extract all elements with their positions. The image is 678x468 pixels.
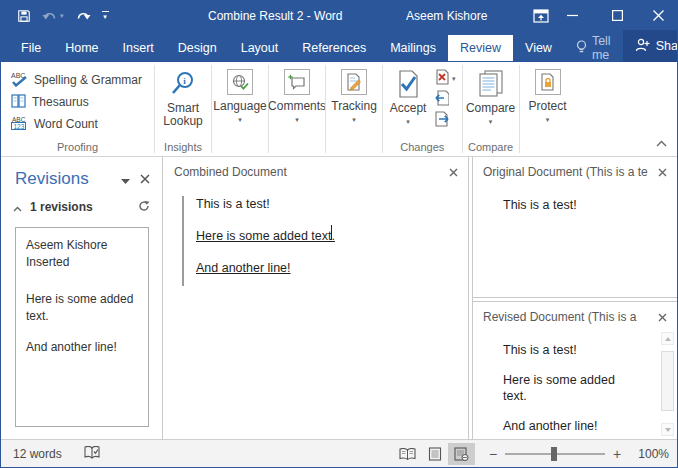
reject-button[interactable]: ▾ bbox=[435, 70, 456, 87]
tab-layout[interactable]: Layout bbox=[229, 35, 291, 61]
revisions-pane: Revisions 1 revisions Aseem KishoreInser bbox=[1, 157, 162, 439]
svg-text:123: 123 bbox=[14, 123, 25, 130]
language-icon bbox=[227, 69, 253, 95]
previous-change-button[interactable] bbox=[435, 91, 456, 108]
collapse-ribbon-icon[interactable] bbox=[656, 133, 667, 151]
redo-icon[interactable] bbox=[75, 10, 91, 22]
chevron-down-icon: ▾ bbox=[406, 118, 410, 126]
word-window: ▾ ▾ Combine Result 2 - Word Aseem Kishor… bbox=[0, 0, 678, 468]
source-documents-panes: Original Document (This is a te This is … bbox=[473, 157, 677, 439]
document-line: This is a test! bbox=[503, 342, 637, 358]
group-changes: Accept ▾ ▾ bbox=[383, 62, 462, 156]
tab-mailings[interactable]: Mailings bbox=[378, 35, 448, 61]
group-insights: i Smart Lookup Insights bbox=[155, 62, 211, 156]
language-button[interactable]: Language ▾ bbox=[212, 62, 268, 156]
tab-review[interactable]: Review bbox=[448, 35, 513, 61]
spelling-grammar-button[interactable]: ABC Spelling & Grammar bbox=[7, 69, 146, 91]
tab-design[interactable]: Design bbox=[166, 35, 229, 61]
smart-lookup-button[interactable]: i Smart Lookup bbox=[155, 64, 211, 128]
protect-icon bbox=[535, 69, 561, 95]
save-icon[interactable] bbox=[17, 9, 31, 23]
tab-view[interactable]: View bbox=[513, 35, 564, 61]
tab-insert[interactable]: Insert bbox=[111, 35, 166, 61]
close-button[interactable] bbox=[643, 1, 673, 30]
scroll-down-icon[interactable] bbox=[661, 423, 674, 436]
svg-text:i: i bbox=[183, 76, 186, 86]
scroll-up-icon[interactable] bbox=[661, 332, 674, 345]
revised-pane-scrollbar[interactable] bbox=[661, 332, 674, 436]
web-layout-icon[interactable] bbox=[448, 443, 475, 465]
tab-home[interactable]: Home bbox=[53, 35, 110, 61]
share-button[interactable]: Share bbox=[623, 30, 678, 62]
accept-icon bbox=[396, 69, 420, 99]
original-document-content[interactable]: This is a test! bbox=[473, 183, 677, 227]
tab-file[interactable]: File bbox=[9, 35, 53, 61]
minimize-button[interactable] bbox=[557, 1, 587, 30]
original-close-icon[interactable] bbox=[652, 168, 667, 177]
compare-icon bbox=[477, 69, 505, 99]
revisions-dropdown-icon[interactable] bbox=[121, 170, 130, 188]
maximize-button[interactable] bbox=[602, 1, 632, 30]
revised-close-icon[interactable] bbox=[652, 313, 667, 322]
ribbon-display-options-icon[interactable] bbox=[533, 1, 549, 30]
compare-button[interactable]: Compare ▾ bbox=[463, 64, 519, 126]
group-label-insights: Insights bbox=[164, 141, 202, 156]
scrollbar-track[interactable] bbox=[661, 345, 674, 423]
previous-change-icon bbox=[435, 90, 449, 110]
accept-button[interactable]: Accept ▾ bbox=[383, 64, 433, 129]
revision-text-line: And another line! bbox=[26, 339, 138, 356]
proofing-status-icon[interactable] bbox=[84, 446, 100, 462]
share-label: Share bbox=[656, 39, 678, 53]
refresh-icon[interactable] bbox=[138, 198, 150, 216]
protect-button[interactable]: Protect ▾ bbox=[520, 62, 576, 156]
combined-document-content[interactable]: This is a test! Here is some added text.… bbox=[164, 183, 468, 439]
chevron-down-icon: ▾ bbox=[452, 75, 456, 83]
word-count-status[interactable]: 12 words bbox=[13, 447, 62, 461]
revision-text-line: Here is some added text. bbox=[26, 291, 138, 325]
next-change-icon bbox=[435, 111, 449, 131]
svg-text:ABC: ABC bbox=[12, 116, 26, 123]
changed-lines-bar bbox=[182, 196, 184, 286]
undo-icon[interactable]: ▾ bbox=[42, 10, 64, 22]
print-layout-icon[interactable] bbox=[421, 443, 448, 465]
customize-qat-icon[interactable]: ▾ bbox=[102, 11, 109, 20]
account-name[interactable]: Aseem Kishore bbox=[406, 1, 487, 30]
read-mode-icon[interactable] bbox=[394, 443, 421, 465]
tracking-button[interactable]: Tracking ▾ bbox=[326, 62, 382, 156]
next-change-button[interactable] bbox=[435, 112, 456, 129]
original-document-pane: Original Document (This is a te This is … bbox=[473, 157, 677, 297]
revisions-count: 1 revisions bbox=[30, 200, 138, 214]
quick-access-toolbar: ▾ ▾ bbox=[17, 1, 109, 30]
thesaurus-icon bbox=[11, 94, 26, 111]
revised-pane-title: Revised Document (This is a bbox=[483, 310, 636, 324]
combined-close-icon[interactable] bbox=[443, 168, 458, 177]
combined-document-pane: Combined Document This is a test! Here i… bbox=[164, 157, 468, 439]
document-line: And another line! bbox=[503, 418, 637, 434]
tab-references[interactable]: References bbox=[290, 35, 378, 61]
group-label-compare: Compare bbox=[468, 141, 513, 156]
comments-icon bbox=[284, 69, 310, 95]
revisions-close-icon[interactable] bbox=[140, 170, 150, 188]
collapse-summary-icon[interactable] bbox=[13, 198, 22, 216]
comments-button[interactable]: Comments ▾ bbox=[269, 62, 325, 156]
revision-card[interactable]: Aseem KishoreInserted Here is some added… bbox=[15, 227, 149, 427]
text-cursor bbox=[331, 225, 332, 240]
zoom-slider[interactable] bbox=[505, 453, 605, 455]
zoom-level[interactable]: 100% bbox=[627, 447, 669, 461]
word-count-button[interactable]: ABC123 Word Count bbox=[7, 113, 146, 135]
combined-pane-title: Combined Document bbox=[174, 165, 287, 179]
document-line: Here is some added text. bbox=[503, 372, 637, 404]
inserted-text-line: Here is some added text. bbox=[196, 228, 458, 244]
scrollbar-thumb[interactable] bbox=[661, 351, 674, 411]
inserted-text-line: And another line! bbox=[196, 260, 458, 276]
group-label-proofing: Proofing bbox=[57, 141, 98, 156]
chevron-down-icon: ▾ bbox=[238, 116, 242, 124]
undo-dropdown-icon[interactable]: ▾ bbox=[60, 12, 64, 19]
spelling-grammar-icon: ABC bbox=[11, 71, 28, 90]
tell-me-box[interactable]: Tell me bbox=[564, 35, 623, 61]
tell-me-label: Tell me bbox=[592, 34, 611, 62]
thesaurus-button[interactable]: Thesaurus bbox=[7, 91, 146, 113]
group-label-changes: Changes bbox=[400, 141, 444, 156]
zoom-slider-thumb[interactable] bbox=[551, 447, 557, 461]
revised-document-content[interactable]: This is a test! Here is some added text.… bbox=[473, 328, 677, 448]
